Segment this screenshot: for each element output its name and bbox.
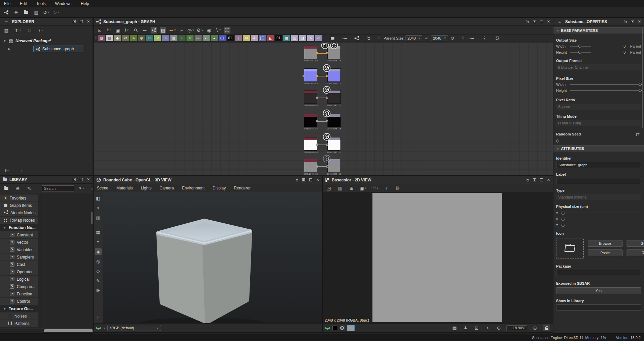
link-mode-icon[interactable]: ⊶∨ [169,27,176,34]
paste-button[interactable]: Paste [588,249,623,256]
pan-icon[interactable]: ⌖ [484,325,491,331]
palette-node-23[interactable]: ▩ [283,35,290,41]
library-item[interactable]: ↷Function [0,290,38,298]
physical-x-knob[interactable] [561,212,565,215]
uv-mode-icon[interactable]: ▦ [95,229,102,235]
subgraph-icon[interactable] [354,35,360,42]
save-image-icon[interactable]: ▥ [337,185,343,191]
tiling-badge-icon[interactable] [321,43,329,49]
output-connector[interactable] [316,75,318,77]
output-3d-badge-icon[interactable] [330,43,338,49]
lock-zoom-button[interactable] [543,325,550,331]
view3d-viewport[interactable]: ◧☀▥▦⌖◈◎◇✎⊪ ⊢ [94,192,322,323]
palette-node-12[interactable]: ⊶ [195,35,202,41]
palette-node-25[interactable]: ◨ [299,35,306,41]
colorspace-icon[interactable] [96,326,101,330]
input-connector[interactable] [326,75,328,77]
library-item[interactable]: ↷Vector [0,239,38,246]
width-slider[interactable] [570,46,591,47]
link-create-icon[interactable]: ⊷ [142,27,148,34]
float-panel-icon[interactable] [533,178,536,181]
library-item[interactable]: ★Favorites [0,194,38,202]
float-panel-icon[interactable] [73,20,76,23]
palette-node-0[interactable]: ▨ [98,35,105,41]
pixel-height-slider[interactable] [570,90,641,91]
package-input[interactable] [556,270,641,276]
library-item[interactable]: Atomic Nodes [0,209,38,217]
identifier-input[interactable]: Substance_graph [556,162,641,168]
toolbar-grip[interactable]: ⫴ [378,36,380,40]
uv-overlay-label[interactable]: UV∨ [371,185,379,191]
elbow-link-icon[interactable]: ⌐ [178,27,185,34]
library-section[interactable]: ▼Function No... [0,224,38,231]
graph-node-input[interactable] [304,114,317,127]
search-icon[interactable]: ⚲ [132,27,139,34]
remove-button[interactable]: Re [627,249,644,256]
library-section[interactable]: ▼Texture Ge... [0,305,38,312]
palette-node-18[interactable]: ⋈ [243,35,250,41]
v3d-menu-camera[interactable]: Camera [160,186,174,190]
properties-scrollbar[interactable] [642,28,643,128]
output-3d-badge-icon[interactable] [323,133,331,141]
stats-icon[interactable]: ⊪ [95,287,102,294]
undo-icon[interactable]: ↺∨ [43,9,50,16]
library-item[interactable]: ↷Variables [0,246,38,253]
output-3d-badge-icon[interactable] [323,109,331,117]
library-hscroll-thumb[interactable] [44,329,93,332]
new-folder-icon[interactable] [3,185,10,192]
palette-node-27[interactable]: ▭ [315,35,322,41]
menu-file[interactable]: File [4,1,10,6]
chevron-down-icon[interactable]: ▼ [3,39,6,43]
output-3d-badge-icon[interactable] [323,64,331,72]
section-attributes[interactable]: ∨ATTRIBUTES [553,145,644,152]
save-all-icon[interactable]: ▥ [33,9,40,16]
v3d-menu-environment[interactable]: Environment [182,186,204,190]
snap-grid-icon[interactable] [224,27,230,34]
pin-node-icon[interactable]: ⚲ [366,35,372,42]
texture-thumbnail[interactable] [347,325,355,331]
zoom-in-icon[interactable]: ⊕ [532,325,538,331]
palette-node-14[interactable]: ▲ [211,35,218,41]
copy-image-icon[interactable]: ⊞ [348,185,355,191]
palette-node-8[interactable]: ○ [162,35,169,41]
palette-node-13[interactable]: ◐ [203,35,210,41]
float-panel-icon[interactable] [302,178,305,181]
camera-view-icon[interactable]: ◧ [95,195,102,202]
tree-row-package[interactable]: ▼ Unsaved Package* [3,37,93,45]
pin-panel-icon[interactable]: ⚲ [525,177,530,182]
library-item[interactable]: Graph Items [0,202,38,209]
output-connector[interactable] [316,97,318,99]
palette-node-16[interactable]: 01 [227,35,234,41]
export-region-icon[interactable]: ◳ [325,185,332,191]
scene-tree-icon[interactable]: ⊢ [95,315,102,321]
v3d-menu-display[interactable]: Display [213,186,226,190]
palette-node-26[interactable]: ∿ [307,35,314,41]
library-item[interactable]: FxMap Nodes [0,217,38,224]
library-item[interactable]: ↷Logical [0,276,38,283]
palette-node-15[interactable]: ◯ [219,35,226,41]
graph-node-input[interactable] [304,90,317,104]
tools-icon[interactable]: ⚙∨ [197,27,203,34]
library-item[interactable]: ↷Operator [0,268,38,276]
height-value[interactable]: 0 [624,50,626,54]
info-icon[interactable]: i∨ [123,27,130,34]
icon-dropzone[interactable] [556,238,584,259]
link-size-icon[interactable]: ∞ [423,35,430,42]
maximize-panel-icon[interactable] [309,178,312,181]
palette-node-22[interactable]: 01 [275,35,282,41]
float-panel-icon[interactable] [533,20,536,23]
output-3d-badge-icon[interactable] [323,86,331,94]
palette-node-2[interactable]: ◆ [114,35,121,41]
geometry-cylinder-icon[interactable]: ◎ [95,258,102,265]
palette-node-4[interactable]: ∿ [130,35,137,41]
palette-node-21[interactable]: ◣ [267,35,274,41]
parent-size-width-select[interactable]: 2048∨ [406,35,422,41]
colorspace-select[interactable]: sRGB (default)∨ [107,325,161,331]
browse-button[interactable]: Browse [588,240,623,247]
input-connector[interactable] [326,144,328,146]
palette-node-1[interactable]: ▧ [106,35,113,41]
pixel-width-slider[interactable] [570,84,641,85]
save-icon[interactable]: ▥ [3,27,10,34]
graph-node-input[interactable] [304,68,317,82]
random-seed-knob[interactable] [556,139,559,143]
